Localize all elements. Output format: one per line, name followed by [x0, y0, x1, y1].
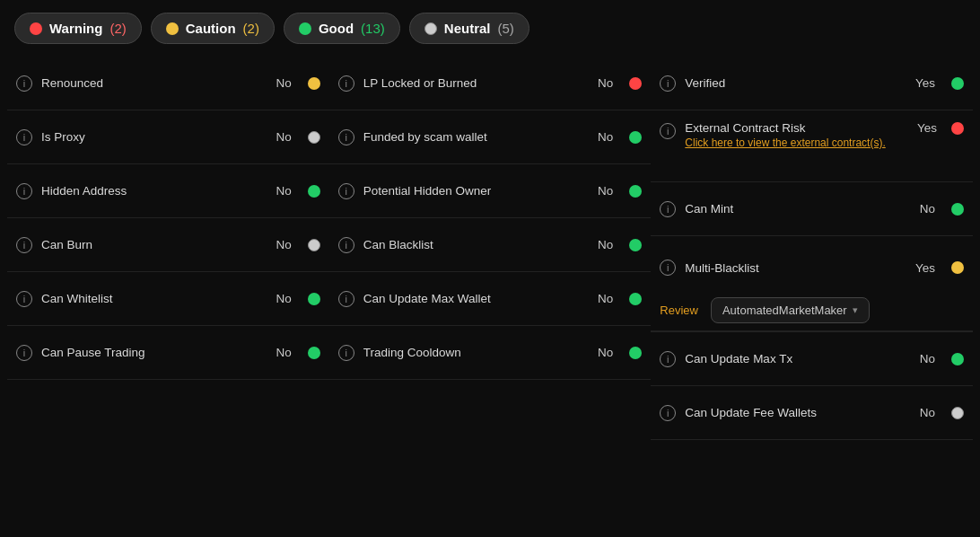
info-icon-verified[interactable]: i	[660, 75, 676, 92]
dot-verified	[951, 77, 964, 90]
good-dot	[299, 22, 311, 35]
neutral-dot	[424, 22, 437, 35]
info-icon-is-proxy[interactable]: i	[16, 129, 32, 145]
row-lp-locked: i LP Locked or Burned No	[329, 57, 652, 110]
dot-can-update-max-tx	[951, 353, 964, 365]
label-renounced: Renounced	[41, 76, 267, 90]
info-icon-can-mint[interactable]: i	[660, 201, 676, 217]
info-icon-can-blacklist[interactable]: i	[338, 237, 354, 253]
main-grid: i Renounced No i Is Proxy No i Hidden Ad…	[0, 57, 980, 440]
dot-can-pause-trading	[308, 347, 320, 359]
dot-can-blacklist	[629, 239, 642, 251]
value-hidden-address: No	[276, 184, 291, 198]
row-can-mint: i Can Mint No	[651, 182, 973, 236]
row-multi-blacklist: i Multi-Blacklist Yes	[651, 236, 973, 290]
value-external-contract-risk: Yes	[917, 121, 937, 135]
label-can-whitelist: Can Whitelist	[41, 292, 267, 305]
info-icon-funded-by-scam[interactable]: i	[338, 129, 354, 145]
label-can-update-fee-wallets: Can Update Fee Wallets	[685, 406, 910, 419]
neutral-count: (5)	[497, 21, 513, 36]
info-icon-can-pause-trading[interactable]: i	[16, 345, 32, 361]
label-multi-blacklist: Multi-Blacklist	[685, 261, 906, 275]
row-can-update-max-tx: i Can Update Max Tx No	[651, 332, 973, 386]
dot-potential-hidden-owner	[629, 185, 642, 198]
label-can-update-max-tx: Can Update Max Tx	[685, 352, 910, 365]
info-icon-hidden-address[interactable]: i	[16, 183, 32, 199]
dot-lp-locked	[629, 77, 642, 90]
dot-can-burn	[308, 239, 320, 251]
info-icon-lp-locked[interactable]: i	[338, 75, 354, 92]
external-contract-link[interactable]: Click here to view the external contract…	[685, 136, 964, 149]
warning-badge[interactable]: Warning (2)	[14, 13, 142, 44]
warning-label: Warning	[49, 21, 102, 36]
review-row: Review AutomatedMarketMaker ▾	[651, 290, 973, 331]
caution-dot	[166, 22, 179, 35]
label-can-update-max-wallet: Can Update Max Wallet	[363, 292, 589, 305]
info-icon-can-update-fee-wallets[interactable]: i	[660, 405, 676, 421]
label-external-contract-risk: External Contract Risk	[685, 121, 917, 135]
value-can-update-max-tx: No	[920, 352, 935, 365]
row-verified: i Verified Yes	[651, 57, 973, 110]
label-potential-hidden-owner: Potential Hidden Owner	[363, 184, 589, 198]
value-can-blacklist: No	[598, 238, 613, 251]
value-can-whitelist: No	[276, 292, 291, 305]
info-icon-can-update-max-wallet[interactable]: i	[338, 291, 354, 307]
row-can-pause-trading: i Can Pause Trading No	[7, 326, 329, 380]
row-renounced: i Renounced No	[7, 57, 329, 110]
chevron-down-icon: ▾	[853, 304, 858, 316]
dot-renounced	[308, 77, 320, 90]
value-is-proxy: No	[276, 130, 291, 144]
row-hidden-address: i Hidden Address No	[7, 164, 329, 218]
row-can-burn: i Can Burn No	[7, 218, 329, 272]
caution-count: (2)	[243, 21, 259, 36]
warning-count: (2)	[109, 21, 126, 36]
value-funded-by-scam: No	[598, 130, 613, 144]
label-verified: Verified	[685, 76, 906, 90]
value-renounced: No	[276, 76, 291, 90]
info-icon-renounced[interactable]: i	[16, 75, 32, 92]
row-external-contract-risk: i External Contract Risk Yes Click here …	[651, 110, 973, 182]
value-can-mint: No	[920, 202, 935, 216]
label-can-mint: Can Mint	[685, 202, 910, 216]
row-multi-blacklist-section: i Multi-Blacklist Yes Review AutomatedMa…	[651, 236, 973, 332]
caution-badge[interactable]: Caution (2)	[151, 13, 275, 44]
info-icon-multi-blacklist[interactable]: i	[660, 260, 676, 276]
automated-market-maker-dropdown[interactable]: AutomatedMarketMaker ▾	[711, 297, 870, 323]
row-can-update-max-wallet: i Can Update Max Wallet No	[329, 272, 652, 326]
value-can-pause-trading: No	[276, 346, 291, 359]
dot-multi-blacklist	[951, 261, 964, 274]
info-icon-can-burn[interactable]: i	[16, 237, 32, 253]
good-badge[interactable]: Good (13)	[284, 13, 400, 44]
dot-funded-by-scam	[629, 131, 642, 144]
info-icon-potential-hidden-owner[interactable]: i	[338, 183, 354, 199]
label-hidden-address: Hidden Address	[41, 184, 267, 198]
label-can-pause-trading: Can Pause Trading	[41, 346, 267, 359]
row-potential-hidden-owner: i Potential Hidden Owner No	[329, 164, 652, 218]
dot-hidden-address	[308, 185, 320, 198]
value-lp-locked: No	[598, 76, 613, 90]
info-icon-can-whitelist[interactable]: i	[16, 291, 32, 307]
info-icon-can-update-max-tx[interactable]: i	[660, 351, 676, 367]
label-funded-by-scam: Funded by scam wallet	[363, 130, 589, 144]
row-can-whitelist: i Can Whitelist No	[7, 272, 329, 326]
column-2: i LP Locked or Burned No i Funded by sca…	[329, 57, 652, 440]
row-trading-cooldown: i Trading Cooldown No	[329, 326, 652, 380]
dot-can-whitelist	[308, 293, 320, 305]
row-can-update-fee-wallets: i Can Update Fee Wallets No	[651, 386, 973, 440]
neutral-badge[interactable]: Neutral (5)	[409, 13, 529, 44]
column-1: i Renounced No i Is Proxy No i Hidden Ad…	[7, 57, 329, 440]
row-funded-by-scam: i Funded by scam wallet No	[329, 110, 652, 164]
label-lp-locked: LP Locked or Burned	[363, 76, 589, 90]
row-is-proxy: i Is Proxy No	[7, 110, 329, 164]
caution-label: Caution	[186, 21, 236, 36]
value-verified: Yes	[915, 76, 935, 90]
dot-is-proxy	[308, 131, 320, 144]
info-icon-external-contract-risk[interactable]: i	[660, 123, 676, 139]
value-trading-cooldown: No	[598, 346, 613, 359]
dot-can-update-max-wallet	[629, 293, 642, 305]
row-can-blacklist: i Can Blacklist No	[329, 218, 652, 272]
neutral-label: Neutral	[444, 21, 491, 36]
info-icon-trading-cooldown[interactable]: i	[338, 345, 354, 361]
label-can-burn: Can Burn	[41, 238, 267, 251]
review-label: Review	[660, 304, 698, 317]
